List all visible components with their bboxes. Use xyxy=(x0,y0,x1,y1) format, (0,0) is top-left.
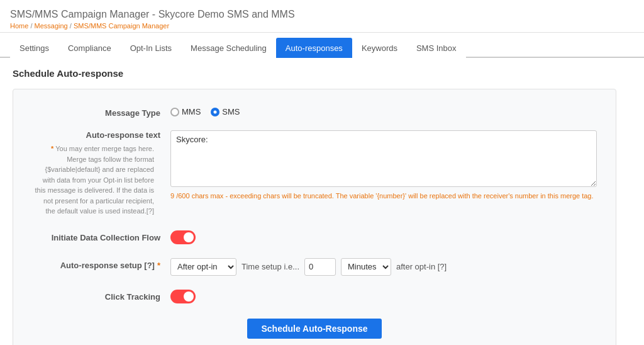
auto-response-text-row: Auto-response text * You may enter merge… xyxy=(32,130,597,217)
radio-mms-circle xyxy=(170,108,179,116)
char-count-text: 9 /600 chars max - exceeding chars will … xyxy=(170,191,597,201)
tab-message-scheduling[interactable]: Message Scheduling xyxy=(181,38,276,58)
auto-response-help-text: * You may enter merge tags here. Merge t… xyxy=(32,144,160,217)
after-optin-text: after opt-in [?] xyxy=(396,262,447,271)
setup-fields: After opt-in Immediately Scheduled Time … xyxy=(170,257,597,276)
initiate-flow-row: Initiate Data Collection Flow xyxy=(32,229,597,244)
breadcrumb-home[interactable]: Home xyxy=(10,22,28,30)
page-title: Schedule Auto-response xyxy=(13,68,631,79)
click-tracking-row: Click Tracking xyxy=(32,288,597,303)
message-type-radio-group: MMS SMS xyxy=(170,105,597,116)
radio-sms[interactable]: SMS xyxy=(211,107,240,116)
tabs-bar: Settings Compliance Opt-In Lists Message… xyxy=(0,38,644,58)
app-subtitle: - Skycore Demo SMS and MMS xyxy=(149,9,294,20)
message-type-label: Message Type xyxy=(32,105,170,118)
tab-compliance[interactable]: Compliance xyxy=(58,38,121,58)
breadcrumb-campaign[interactable]: SMS/MMS Campaign Manager xyxy=(74,22,169,30)
radio-sms-label: SMS xyxy=(222,107,240,116)
minutes-select[interactable]: Minutes Hours Days xyxy=(341,258,391,276)
initiate-label: Initiate Data Collection Flow xyxy=(32,229,170,242)
auto-response-textarea[interactable]: Skycore: xyxy=(170,130,597,187)
message-type-control: MMS SMS xyxy=(170,105,597,116)
auto-response-text-control: Skycore: 9 /600 chars max - exceeding ch… xyxy=(170,130,597,201)
form-card: Message Type MMS SMS Auto-response text xyxy=(13,89,616,345)
help-text-content: You may enter merge tags here. Merge tag… xyxy=(35,145,154,215)
click-tracking-control xyxy=(170,288,597,303)
click-tracking-toggle[interactable] xyxy=(170,290,196,303)
tab-sms-inbox[interactable]: SMS Inbox xyxy=(407,38,466,58)
tab-settings[interactable]: Settings xyxy=(10,38,58,58)
initiate-control xyxy=(170,229,597,244)
click-tracking-slider xyxy=(170,290,196,303)
button-row: Schedule Auto-Response xyxy=(32,319,597,339)
tab-auto-responses[interactable]: Auto-responses xyxy=(276,38,352,58)
auto-response-label-col: Auto-response text * You may enter merge… xyxy=(32,130,170,217)
app-title: SMS/MMS Campaign Manager - Skycore Demo … xyxy=(10,6,634,21)
setup-label-col: Auto-response setup [?] * xyxy=(32,257,170,270)
setup-label-wrapper: Auto-response setup [?] * xyxy=(32,261,160,270)
radio-mms-label: MMS xyxy=(182,107,201,116)
textarea-wrapper: Skycore: xyxy=(170,130,597,189)
radio-sms-circle xyxy=(211,108,219,116)
breadcrumb-messaging[interactable]: Messaging xyxy=(35,22,68,30)
tab-keywords[interactable]: Keywords xyxy=(352,38,407,58)
breadcrumb: Home / Messaging / SMS/MMS Campaign Mana… xyxy=(10,22,634,30)
app-title-main: SMS/MMS Campaign Manager xyxy=(10,9,149,20)
auto-response-text-label: Auto-response text xyxy=(86,130,160,140)
top-header: SMS/MMS Campaign Manager - Skycore Demo … xyxy=(0,0,644,33)
setup-label: Auto-response setup [?] xyxy=(60,261,155,270)
auto-response-setup-row: Auto-response setup [?] * After opt-in I… xyxy=(32,257,597,276)
initiate-slider xyxy=(170,230,196,244)
time-value-input[interactable] xyxy=(304,258,336,276)
initiate-toggle[interactable] xyxy=(170,230,196,244)
click-tracking-label: Click Tracking xyxy=(32,288,170,302)
schedule-button[interactable]: Schedule Auto-Response xyxy=(247,319,381,339)
after-optin-select[interactable]: After opt-in Immediately Scheduled xyxy=(170,258,236,276)
setup-control: After opt-in Immediately Scheduled Time … xyxy=(170,257,597,276)
page-content: Schedule Auto-response Message Type MMS … xyxy=(0,58,644,345)
time-setup-label: Time setup i.e... xyxy=(242,262,299,271)
setup-required-star: * xyxy=(157,261,160,270)
message-type-row: Message Type MMS SMS xyxy=(32,105,597,118)
tab-optin-lists[interactable]: Opt-In Lists xyxy=(121,38,181,58)
radio-mms[interactable]: MMS xyxy=(170,107,201,116)
